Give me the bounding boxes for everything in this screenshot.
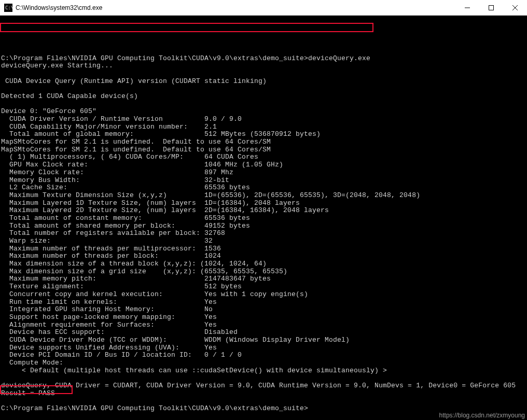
terminal-line: Maximum Layered 1D Texture Size, (num) l… (1, 200, 527, 207)
terminal-line: Total amount of shared memory per block:… (1, 222, 527, 230)
watermark-text: https://blog.csdn.net/zxmyoung (439, 412, 525, 419)
terminal-line: CUDA Device Query (Runtime API) version … (1, 78, 527, 86)
terminal-line: Maximum Texture Dimension Size (x,y,z) 1… (1, 192, 527, 200)
terminal-line: Integrated GPU sharing Host Memory: No (1, 306, 527, 314)
terminal-line: Concurrent copy and kernel execution: Ye… (1, 291, 527, 299)
terminal-line: Memory Bus Width: 32-bit (1, 177, 527, 185)
terminal-output[interactable]: C:\Program Files\NVIDIA GPU Computing To… (0, 16, 527, 420)
terminal-line (1, 70, 527, 78)
cmd-icon: C:\ (4, 4, 12, 12)
terminal-line: Device PCI Domain ID / Bus ID / location… (1, 352, 527, 359)
terminal-line: Total number of registers available per … (1, 230, 527, 237)
svg-text:C:\: C:\ (5, 5, 12, 10)
terminal-line: Warp size: 32 (1, 237, 527, 245)
terminal-line: deviceQuery, CUDA Driver = CUDART, CUDA … (1, 382, 527, 390)
terminal-line: L2 Cache Size: 65536 bytes (1, 184, 527, 192)
terminal-line: Max dimension size of a grid size (x,y,z… (1, 268, 527, 276)
terminal-line: Total amount of constant memory: 65536 b… (1, 215, 527, 222)
close-button[interactable] (503, 0, 527, 16)
window-titlebar: C:\ C:\Windows\system32\cmd.exe (0, 0, 527, 16)
terminal-line: MapSMtoCores for SM 2.1 is undefined. De… (1, 138, 527, 146)
terminal-line: Maximum number of threads per block: 102… (1, 253, 527, 260)
window-controls (455, 0, 527, 16)
terminal-line: CUDA Device Driver Mode (TCC or WDDM): W… (1, 337, 527, 344)
terminal-line (1, 85, 527, 93)
highlight-command (0, 23, 373, 32)
terminal-line: Maximum number of threads per multiproce… (1, 245, 527, 253)
terminal-line: Maximum Layered 2D Texture Size, (num) l… (1, 207, 527, 215)
terminal-line: GPU Max Clock rate: 1046 MHz (1.05 GHz) (1, 161, 527, 169)
terminal-line: Texture alignment: 512 bytes (1, 283, 527, 291)
terminal-line: Max dimension size of a thread block (x,… (1, 260, 527, 268)
terminal-line: Total amount of global memory: 512 MByte… (1, 131, 527, 138)
terminal-line (1, 47, 527, 55)
terminal-line: C:\Program Files\NVIDIA GPU Computing To… (1, 55, 527, 63)
svg-rect-4 (489, 5, 494, 10)
terminal-line: Result = PASS (1, 390, 527, 398)
terminal-line: < Default (multiple host threads can use… (1, 367, 527, 375)
terminal-line: Memory Clock rate: 897 Mhz (1, 169, 527, 177)
terminal-line: Device 0: "GeForce 605" (1, 108, 527, 116)
terminal-line (1, 101, 527, 108)
terminal-line: Compute Mode: (1, 359, 527, 367)
terminal-line: Maximum memory pitch: 2147483647 bytes (1, 275, 527, 283)
terminal-line: Device supports Unified Addressing (UVA)… (1, 344, 527, 352)
terminal-line: MapSMtoCores for SM 2.1 is undefined. De… (1, 146, 527, 154)
terminal-line: Alignment requirement for Surfaces: Yes (1, 321, 527, 329)
terminal-line: deviceQuery.exe Starting... (1, 62, 527, 70)
maximize-button[interactable] (479, 0, 503, 16)
terminal-line (1, 397, 527, 405)
terminal-line (1, 374, 527, 382)
terminal-line: Run time limit on kernels: Yes (1, 299, 527, 306)
terminal-line: CUDA Capability Major/Minor version numb… (1, 123, 527, 131)
terminal-line: Support host page-locked memory mapping:… (1, 314, 527, 321)
window-title: C:\Windows\system32\cmd.exe (16, 4, 455, 11)
terminal-line: Device has ECC support: Disabled (1, 329, 527, 337)
terminal-line: ( 1) Multiprocessors, ( 64) CUDA Cores/M… (1, 153, 527, 161)
terminal-line: CUDA Driver Version / Runtime Version 9.… (1, 116, 527, 123)
terminal-line: Detected 1 CUDA Capable device(s) (1, 93, 527, 101)
minimize-button[interactable] (455, 0, 479, 16)
